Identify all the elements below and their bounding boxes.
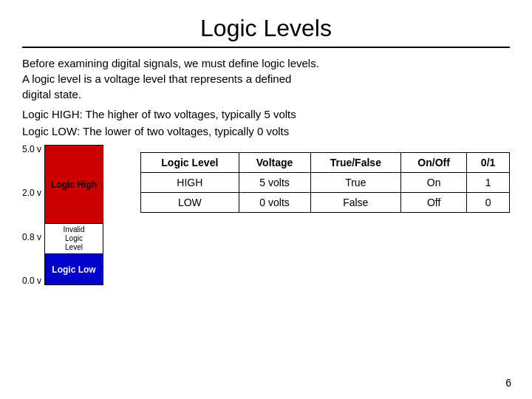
page: Logic Levels Before examining digital si…	[0, 0, 532, 399]
logic-table-container: Logic Level Voltage True/False On/Off 0/…	[140, 145, 510, 213]
cell-high-voltage: 5 volts	[239, 173, 310, 193]
page-number: 6	[505, 377, 511, 389]
y-axis-labels: 5.0 v 2.0 v 0.8 v 0.0 v	[22, 145, 44, 285]
logic-table: Logic Level Voltage True/False On/Off 0/…	[140, 152, 510, 213]
cell-high-truefales: True	[310, 173, 401, 193]
cell-low-truefales: False	[310, 193, 401, 213]
voltage-chart: 5.0 v 2.0 v 0.8 v 0.0 v Logic High Inval…	[22, 145, 118, 285]
y-label-5v: 5.0 v	[22, 145, 41, 154]
col-header-binary: 0/1	[467, 153, 510, 173]
bar-chart-area: Logic High InvalidLogicLevel Logic Low	[44, 145, 103, 285]
intro-line1: Before examining digital signals, we mus…	[22, 57, 319, 69]
table-header-row: Logic Level Voltage True/False On/Off 0/…	[141, 153, 510, 173]
cell-high-binary: 1	[467, 173, 510, 193]
y-label-08v: 0.8 v	[22, 233, 41, 242]
cell-low-level: LOW	[141, 193, 239, 213]
cell-high-level: HIGH	[141, 173, 239, 193]
bar-high-section: Logic High	[45, 146, 103, 223]
cell-low-voltage: 0 volts	[239, 193, 310, 213]
cell-high-onoff: On	[401, 173, 467, 193]
intro-paragraph: Before examining digital signals, we mus…	[22, 55, 510, 102]
table-row-high: HIGH 5 volts True On 1	[141, 173, 510, 193]
bottom-section: 5.0 v 2.0 v 0.8 v 0.0 v Logic High Inval…	[22, 145, 510, 384]
table-row-low: LOW 0 volts False Off 0	[141, 193, 510, 213]
cell-low-binary: 0	[467, 193, 510, 213]
col-header-onoff: On/Off	[401, 153, 467, 173]
logic-low-description: Logic LOW: The lower of two voltages, ty…	[22, 125, 510, 137]
y-label-0v: 0.0 v	[22, 276, 41, 285]
col-header-truefale: True/False	[310, 153, 401, 173]
bar-low-label: Logic Low	[52, 265, 95, 275]
bar-invalid-label: InvalidLogicLevel	[64, 225, 85, 252]
page-title: Logic Levels	[22, 15, 510, 42]
bar-high-label: Logic High	[48, 178, 100, 191]
intro-line3: digital state.	[22, 88, 81, 100]
intro-line2: A logic level is a voltage level that re…	[22, 72, 291, 85]
title-divider	[22, 47, 510, 48]
y-label-2v: 2.0 v	[22, 188, 41, 197]
bar-invalid-section: InvalidLogicLevel	[45, 223, 103, 254]
logic-high-description: Logic HIGH: The higher of two voltages, …	[22, 108, 510, 120]
col-header-level: Logic Level	[141, 153, 239, 173]
cell-low-onoff: Off	[401, 193, 467, 213]
bar-low-section: Logic Low	[45, 254, 103, 284]
col-header-voltage: Voltage	[239, 153, 310, 173]
